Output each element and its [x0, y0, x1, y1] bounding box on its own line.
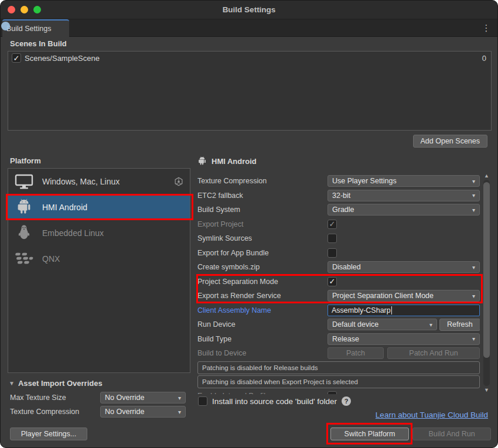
- scenes-in-build-header: Scenes In Build: [10, 39, 67, 48]
- row-project-separation-mode: Project Separation Mode ✓: [197, 275, 480, 289]
- client-assembly-name-value: Assembly-CSharp: [332, 306, 391, 314]
- cloud-build-link[interactable]: Learn about Tuanjie Cloud Build: [376, 411, 488, 419]
- export-app-bundle-checkbox[interactable]: [328, 248, 337, 258]
- row-override-texture-compression: Texture Compression No Override ▾: [10, 406, 186, 418]
- helpbox-text: Patching is disabled when Export Project…: [202, 378, 358, 385]
- build-system-dropdown[interactable]: Gradle ▾: [328, 204, 480, 216]
- build-type-value: Release: [332, 335, 472, 343]
- texture-compression-value: Use Player Settings: [332, 177, 472, 185]
- export-render-service-dropdown[interactable]: Project Separation Client Mode ▾: [328, 290, 480, 302]
- scroll-down-icon[interactable]: ▼: [482, 386, 491, 394]
- window-controls: [8, 6, 41, 13]
- add-open-scenes-label: Add Open Scenes: [421, 137, 480, 145]
- asset-import-overrides-foldout[interactable]: ▼ Asset Import Overrides: [9, 379, 103, 388]
- row-max-texture-size: Max Texture Size No Override ▾: [10, 392, 186, 403]
- platform-item-qnx[interactable]: QNX: [8, 246, 190, 272]
- qnx-icon: [14, 249, 34, 268]
- row-texture-compression: Texture Compression Use Player Settings …: [197, 174, 480, 189]
- scroll-up-icon[interactable]: ▲: [482, 172, 491, 180]
- export-render-service-value: Project Separation Client Mode: [332, 292, 472, 300]
- row-run-device: Run Device Default device ▾ Refresh: [197, 317, 480, 332]
- enable-internal-profiler-checkbox[interactable]: [328, 391, 337, 394]
- foldout-triangle-icon: ▼: [9, 380, 15, 387]
- etc2-fallback-label: ETC2 fallback: [197, 191, 328, 200]
- export-project-checkbox[interactable]: ✓: [328, 220, 337, 229]
- scene-checkbox[interactable]: ✓: [12, 53, 21, 63]
- platform-item-desktop[interactable]: Windows, Mac, Linux: [8, 169, 190, 194]
- chevron-down-icon: ▾: [472, 264, 475, 271]
- row-symlink-sources: Symlink Sources: [197, 231, 480, 246]
- build-and-run-button[interactable]: Build And Run: [412, 428, 491, 440]
- platform-hmi-android-label: HMI Android: [42, 203, 184, 212]
- patch-button[interactable]: Patch: [328, 347, 384, 359]
- symlink-sources-checkbox[interactable]: [328, 234, 337, 243]
- run-device-dropdown[interactable]: Default device ▾: [328, 319, 437, 330]
- window-menu-icon[interactable]: ⋮: [481, 22, 492, 34]
- texture-compression-dropdown[interactable]: Use Player Settings ▾: [328, 175, 480, 187]
- create-symbols-value: Disabled: [332, 263, 472, 271]
- player-settings-button[interactable]: Player Settings...: [10, 428, 87, 440]
- platform-item-hmi-android[interactable]: HMI Android: [8, 194, 190, 220]
- refresh-label: Refresh: [447, 320, 473, 329]
- title-bar: Build Settings: [1, 1, 497, 19]
- monitor-icon: [14, 172, 34, 191]
- export-render-service-label: Export as Render Service: [197, 292, 328, 300]
- tab-bar: Build Settings ⋮: [1, 19, 497, 37]
- player-settings-label: Player Settings...: [21, 430, 77, 438]
- zoom-window-button[interactable]: [33, 6, 41, 13]
- platform-settings-panel: Texture Compression Use Player Settings …: [197, 174, 480, 394]
- switch-platform-label: Switch Platform: [344, 430, 395, 438]
- project-separation-mode-checkbox[interactable]: ✓: [328, 277, 337, 286]
- help-icon[interactable]: ?: [342, 396, 351, 406]
- platform-header: Platform: [10, 156, 41, 165]
- build-and-run-label: Build And Run: [428, 430, 475, 438]
- patch-label: Patch: [346, 349, 365, 357]
- helpbox-release-builds: Patching is disabled for Release builds: [197, 361, 480, 374]
- scrollbar-thumb[interactable]: [483, 182, 490, 358]
- client-assembly-name-input[interactable]: Assembly-CSharp: [328, 305, 480, 316]
- install-source-row: Install into source code 'build' folder …: [198, 396, 351, 406]
- switch-platform-button[interactable]: Switch Platform: [330, 428, 409, 440]
- chevron-down-icon: ▾: [472, 192, 475, 199]
- chevron-down-icon: ▾: [472, 178, 475, 184]
- build-to-device-label: Build to Device: [197, 349, 328, 357]
- row-create-symbols: Create symbols.zip Disabled ▾: [197, 260, 480, 275]
- max-texture-size-dropdown[interactable]: No Override ▾: [100, 392, 186, 403]
- selected-platform-title: HMI Android: [212, 157, 257, 166]
- close-window-button[interactable]: [8, 6, 15, 13]
- tab-build-settings[interactable]: Build Settings: [2, 19, 69, 37]
- row-build-type: Build Type Release ▾: [197, 332, 480, 347]
- install-source-checkbox[interactable]: [198, 396, 207, 406]
- row-export-render-service: Export as Render Service Project Separat…: [197, 289, 480, 303]
- client-assembly-name-label: Client Assembly Name: [197, 306, 328, 314]
- helpbox-export-project: Patching is disabled when Export Project…: [197, 375, 480, 388]
- scene-row[interactable]: ✓ Scenes/SampleScene 0: [8, 52, 491, 64]
- run-device-label: Run Device: [197, 320, 328, 329]
- platform-qnx-label: QNX: [42, 254, 184, 264]
- chevron-down-icon: ▾: [472, 336, 475, 342]
- asset-import-overrides-label: Asset Import Overrides: [18, 379, 103, 388]
- etc2-fallback-dropdown[interactable]: 32-bit ▾: [328, 190, 480, 201]
- add-open-scenes-button[interactable]: Add Open Scenes: [413, 135, 487, 148]
- scene-name: Scenes/SampleScene: [25, 54, 479, 63]
- build-system-label: Build System: [197, 206, 328, 214]
- chevron-down-icon: ▾: [472, 293, 475, 299]
- build-type-dropdown[interactable]: Release ▾: [328, 333, 480, 345]
- android-icon-small: [197, 156, 207, 166]
- platform-item-embedded-linux[interactable]: Embedded Linux: [8, 220, 190, 246]
- settings-scrollbar[interactable]: ▲ ▼: [482, 172, 491, 394]
- platform-desktop-label: Windows, Mac, Linux: [42, 177, 165, 186]
- patch-and-run-button[interactable]: Patch And Run: [387, 347, 480, 359]
- create-symbols-dropdown[interactable]: Disabled ▾: [328, 261, 480, 273]
- project-separation-mode-label: Project Separation Mode: [197, 278, 328, 286]
- refresh-button[interactable]: Refresh: [439, 319, 480, 331]
- override-texture-compression-dropdown[interactable]: No Override ▾: [100, 406, 186, 418]
- android-icon: [14, 198, 34, 217]
- check-icon: ✓: [329, 220, 336, 228]
- active-platform-icon: [173, 176, 184, 187]
- override-texture-compression-label: Texture Compression: [10, 408, 100, 416]
- minimize-window-button[interactable]: [21, 6, 28, 13]
- row-client-assembly-name: Client Assembly Name Assembly-CSharp: [197, 303, 480, 318]
- chevron-down-icon: ▾: [178, 409, 181, 415]
- max-texture-size-value: No Override: [105, 394, 178, 402]
